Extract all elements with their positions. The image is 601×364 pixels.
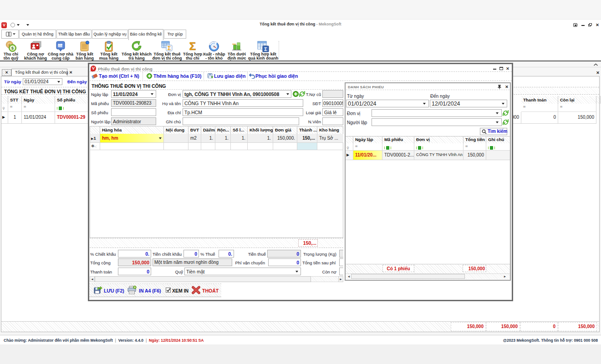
svg-text:Σ: Σ <box>264 46 267 52</box>
svg-text:$: $ <box>11 46 14 51</box>
svg-text:Σ: Σ <box>168 45 171 51</box>
svg-text:Σ: Σ <box>189 40 196 52</box>
